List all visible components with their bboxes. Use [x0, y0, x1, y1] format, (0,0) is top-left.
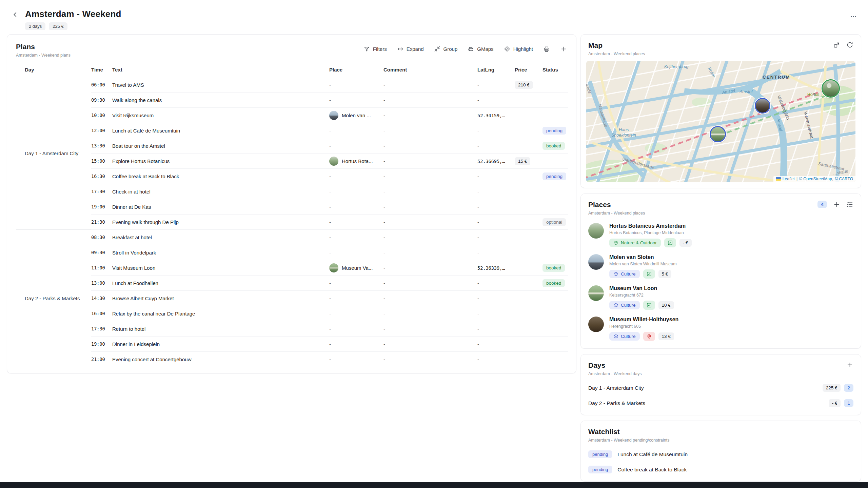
cube-icon — [613, 271, 618, 277]
plan-place-cell: - — [329, 123, 383, 138]
plan-price-cell — [515, 306, 542, 321]
empty-value: - — [383, 113, 385, 118]
highlight-button[interactable]: Highlight — [504, 46, 533, 52]
column-header-place: Place — [329, 62, 383, 77]
empty-value: - — [383, 82, 385, 88]
place-list-item[interactable]: Museum Willet-HolthuysenHerengracht 605C… — [581, 313, 861, 344]
plan-price-cell — [515, 108, 542, 123]
plan-price-cell — [515, 321, 542, 337]
plan-row[interactable]: 19:00Dinner in Leidseplein--- — [16, 337, 568, 352]
plan-row[interactable]: 16:30Coffee break at Back to Black---pen… — [16, 169, 568, 184]
plan-status-cell — [542, 321, 568, 337]
place-list-item[interactable]: Museum Van LoonKeizersgracht 672Culture1… — [581, 282, 861, 313]
place-chip[interactable]: Hortus Bota... — [329, 157, 383, 166]
more-menu-button[interactable] — [850, 9, 857, 20]
plan-place-cell: - — [329, 199, 383, 215]
place-name: Molen van ... — [342, 113, 371, 118]
plan-time-cell: 13:00 — [91, 276, 112, 291]
plan-row[interactable]: 10:00Visit RijksmuseumMolen van ...-52.3… — [16, 108, 568, 123]
plan-row[interactable]: 21:00Evening concert at Concertgebouw--- — [16, 352, 568, 367]
place-chip[interactable]: Molen van ... — [329, 111, 383, 120]
plan-row[interactable]: 12:00Lunch at Café de Museumtuin---pendi… — [16, 123, 568, 138]
plan-time-cell: 15:00 — [91, 154, 112, 169]
empty-value: - — [383, 204, 385, 210]
plan-place-cell: - — [329, 245, 383, 260]
empty-value: - — [383, 219, 385, 225]
plan-time-cell: 09:30 — [91, 93, 112, 108]
plan-comment-cell: - — [383, 184, 477, 199]
plan-price-cell — [515, 169, 542, 184]
empty-value: - — [329, 280, 331, 286]
map-fullscreen-button[interactable] — [833, 41, 840, 48]
plan-row[interactable]: Day 1 - Amsterdam City06:00Travel to AMS… — [16, 77, 568, 93]
plan-comment-cell: - — [383, 93, 477, 108]
plan-row[interactable]: 19:00Dinner at De Kas--- — [16, 199, 568, 215]
place-chip[interactable]: Museum Va... — [329, 263, 383, 272]
map-marker-museum-willet-holthuysen[interactable] — [755, 98, 770, 114]
expand-button[interactable]: Expand — [397, 46, 424, 52]
latlng-value: 52.36339,… — [477, 265, 505, 271]
header-badges: 2 days 225 € — [25, 22, 121, 30]
day-list-item[interactable]: Day 1 - Amsterdam City225 €2 — [581, 380, 861, 395]
map-subtitle: Amsterdam - Weekend places — [588, 52, 645, 56]
watchlist-item[interactable]: pendingLunch at Café de Museumtuin — [581, 447, 861, 462]
osm-link[interactable]: © OpenStreetMap, — [799, 177, 833, 181]
plan-row[interactable]: 16:00Relax by the canal near De Plantage… — [16, 306, 568, 321]
plan-row[interactable]: 21:30Evening walk through De Pijp---opti… — [16, 215, 568, 230]
plan-place-cell: - — [329, 352, 383, 367]
plan-row[interactable]: Day 2 - Parks & Markets08:30Breakfast at… — [16, 230, 568, 245]
plan-row[interactable]: 13:00Lunch at Foodhallen---booked — [16, 276, 568, 291]
group-button[interactable]: Group — [434, 46, 458, 52]
place-list-item[interactable]: Hortus Botanicus AmsterdamHortus Botanic… — [581, 220, 861, 251]
plan-latlng-cell: - — [477, 245, 515, 260]
plan-comment-cell: - — [383, 260, 477, 276]
plan-row[interactable]: 17:30Return to hotel--- — [16, 321, 568, 337]
plan-row[interactable]: 13:30Boat tour on the Amstel---booked — [16, 138, 568, 154]
plan-time-cell: 17:30 — [91, 184, 112, 199]
category-badge: Culture — [609, 332, 640, 341]
refresh-icon — [846, 41, 853, 48]
back-button[interactable] — [10, 9, 20, 20]
places-list-view-button[interactable] — [846, 201, 853, 208]
map-canvas[interactable]: KrijtbergbrugRokinAmstelAmstelCENTRUMWat… — [586, 61, 855, 182]
price-badge: 15 € — [515, 157, 530, 165]
map-marker-museum-van-loon[interactable] — [710, 126, 726, 142]
place-avatar — [588, 317, 604, 332]
map-marker-hortus-botanicus[interactable] — [822, 79, 840, 98]
add-day-button[interactable] — [846, 361, 853, 368]
print-button[interactable] — [543, 46, 550, 53]
plan-text-cell: Dinner at De Kas — [112, 199, 329, 215]
plan-text-cell: Lunch at Foodhallen — [112, 276, 329, 291]
watchlist-item[interactable]: pendingCoffee break at Back to Black — [581, 462, 861, 477]
page-title: Amsterdam - Weekend — [25, 9, 121, 19]
plan-row[interactable]: 11:00Visit Museum LoonMuseum Va...-52.36… — [16, 260, 568, 276]
map-refresh-button[interactable] — [846, 41, 853, 48]
plans-table-head: DayTimeTextPlaceCommentLatLngPriceStatus — [16, 62, 568, 77]
map-actions — [833, 41, 853, 48]
filters-button[interactable]: Filters — [363, 46, 387, 52]
carto-link[interactable]: © CARTO — [835, 177, 853, 181]
plan-comment-cell: - — [383, 352, 477, 367]
plan-time-cell: 14:30 — [91, 291, 112, 306]
plan-row[interactable]: 09:30Stroll in Vondelpark--- — [16, 245, 568, 260]
empty-value: - — [329, 296, 331, 301]
plan-status-cell: booked — [542, 138, 568, 154]
place-list-item[interactable]: Molen van SlotenMolen van Sloten Windmil… — [581, 251, 861, 282]
plan-status-cell — [542, 306, 568, 321]
add-place-button[interactable] — [833, 201, 840, 208]
plan-time-cell: 21:30 — [91, 215, 112, 230]
day-list-item[interactable]: Day 2 - Parks & Markets- €1 — [581, 395, 861, 411]
leaflet-link[interactable]: Leaflet — [783, 177, 795, 181]
plan-row[interactable]: 09:30Walk along the canals--- — [16, 93, 568, 108]
plan-text-cell: Evening concert at Concertgebouw — [112, 352, 329, 367]
plan-row[interactable]: 17:30Check-in at hotel--- — [16, 184, 568, 199]
location-pin-badge — [643, 332, 655, 341]
plus-icon — [833, 201, 840, 208]
day-label: Day 2 - Parks & Markets — [588, 400, 645, 406]
plan-latlng-cell: - — [477, 199, 515, 215]
plan-row[interactable]: 14:30Browse Albert Cuyp Market--- — [16, 291, 568, 306]
column-header-comment: Comment — [383, 62, 477, 77]
add-plan-button[interactable] — [560, 45, 567, 53]
plan-row[interactable]: 15:00Explore Hortus BotanicusHortus Bota… — [16, 154, 568, 169]
gmaps-button[interactable]: GMaps — [468, 46, 493, 52]
